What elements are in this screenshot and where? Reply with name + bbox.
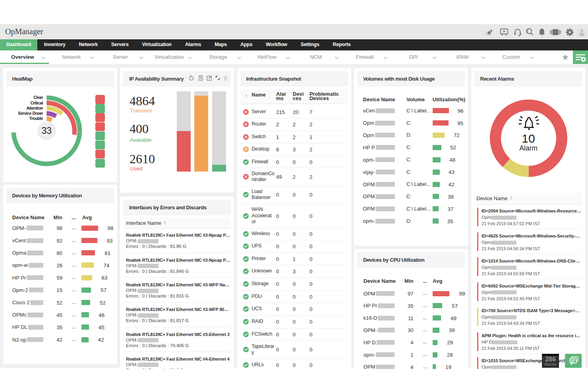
svg-text:33: 33	[41, 126, 52, 136]
